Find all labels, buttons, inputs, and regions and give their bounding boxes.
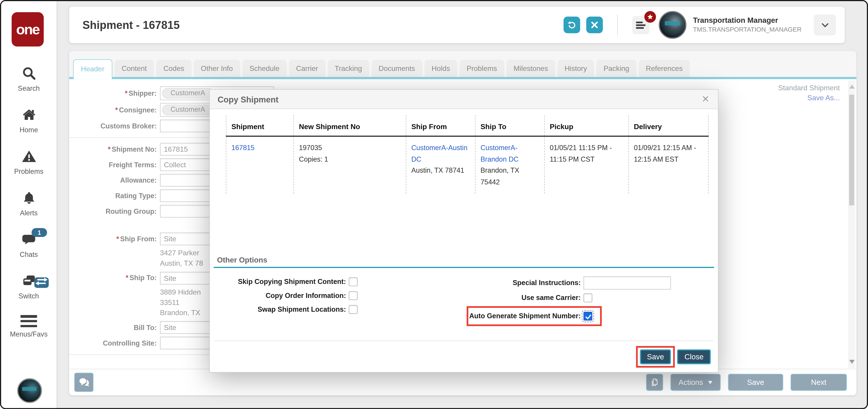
ship-from-link[interactable]: CustomerA-Austin DC [411, 142, 470, 165]
ship-to-link[interactable]: CustomerA-Brandon DC [480, 142, 539, 165]
tab-documents[interactable]: Documents [371, 60, 422, 77]
col-pickup: Pickup [544, 115, 628, 136]
tab-problems[interactable]: Problems [460, 60, 504, 77]
switch-windows-icon [21, 274, 36, 292]
tab-strip: Header Content Codes Other Info Schedule… [69, 51, 857, 79]
cell-pickup: 01/05/21 11:15 PM - 11:15 PM CST [544, 137, 628, 193]
chats-unread-badge: 1 [32, 228, 47, 237]
sidebar-item-label: Home [20, 126, 38, 134]
option-copy-order-info: Copy Order Information: [215, 289, 377, 302]
next-button[interactable]: Next [790, 374, 847, 391]
sidebar-item-label: Search [18, 85, 40, 92]
sidebar-item-switch[interactable]: Switch [1, 266, 56, 308]
bell-icon [21, 190, 36, 209]
ship-to-city: Brandon, TX 75442 [480, 165, 539, 188]
sidebar-item-home[interactable]: Home [1, 100, 56, 142]
header-divider [617, 14, 618, 35]
other-options-rule [214, 267, 714, 268]
scroll-up-arrow[interactable] [849, 85, 855, 89]
other-options-heading: Other Options [217, 256, 718, 264]
copies-value: Copies: 1 [299, 154, 401, 165]
chat-bubbles-icon [78, 376, 90, 388]
tab-carrier[interactable]: Carrier [289, 60, 325, 77]
sidebar-item-label: Menus/Favs [10, 331, 48, 338]
tab-header[interactable]: Header [73, 59, 112, 79]
shipment-type-info: Standard Shipment Save As... [778, 83, 840, 103]
tab-references[interactable]: References [639, 60, 690, 77]
option-skip-copying-content: Skip Copying Shipment Content: [215, 275, 377, 288]
user-name: Transportation Manager [693, 15, 801, 26]
tab-other-info[interactable]: Other Info [194, 60, 240, 77]
ship-from-city: Austin, TX 78741 [411, 165, 470, 177]
cell-ship-to: CustomerA-Brandon DC Brandon, TX 75442 [475, 137, 545, 193]
switch-swap-badge[interactable] [34, 277, 49, 288]
tab-codes[interactable]: Codes [156, 60, 191, 77]
consignee-value-pill: CustomerA [162, 105, 214, 115]
user-avatar[interactable] [658, 11, 686, 39]
swap-shipment-locations-checkbox[interactable] [349, 305, 358, 314]
modal-close-icon[interactable] [700, 94, 710, 104]
option-auto-generate-number: Auto Generate Shipment Number: [442, 310, 697, 323]
tab-tracking[interactable]: Tracking [328, 60, 369, 77]
favorite-star-badge [644, 11, 656, 23]
vertical-scrollbar[interactable] [848, 81, 855, 368]
list-menu-icon [636, 21, 646, 28]
user-menu-button[interactable] [814, 14, 836, 35]
shipper-value-pill: CustomerA [162, 88, 214, 99]
sidebar-item-label: Chats [20, 251, 38, 258]
user-role: TMS.TRANSPORTATION_MANAGER [693, 26, 801, 34]
tab-milestones[interactable]: Milestones [506, 60, 555, 77]
copy-shipment-table: Shipment New Shipment No Ship From Ship … [226, 115, 709, 193]
search-icon [21, 66, 36, 85]
warning-triangle-icon [21, 149, 36, 168]
col-shipment: Shipment [226, 115, 293, 136]
tab-schedule[interactable]: Schedule [242, 60, 287, 77]
col-delivery: Delivery [628, 115, 709, 136]
save-button[interactable]: Save [728, 374, 783, 391]
sidebar-user-avatar[interactable] [17, 378, 42, 403]
scroll-down-arrow[interactable] [849, 360, 855, 364]
favorites-menu-button[interactable] [632, 16, 649, 34]
sidebar-item-label: Problems [14, 168, 43, 176]
page-title: Shipment - 167815 [82, 19, 180, 31]
use-same-carrier-checkbox[interactable] [583, 293, 592, 302]
bottom-action-bar: Actions Save Next [69, 369, 857, 396]
sidebar-item-label: Alerts [20, 209, 37, 217]
sidebar-item-menus-favs[interactable]: Menus/Favs [1, 308, 56, 346]
tab-holds[interactable]: Holds [424, 60, 457, 77]
auto-generate-shipment-number-checkbox[interactable] [583, 312, 592, 320]
refresh-icon [567, 20, 577, 30]
tab-packing[interactable]: Packing [596, 60, 637, 77]
scrollbar-thumb[interactable] [849, 95, 854, 206]
sidebar-item-alerts[interactable]: Alerts [1, 183, 56, 225]
col-ship-to: Ship To [475, 115, 545, 136]
caret-down-icon [708, 381, 713, 387]
option-swap-locations: Swap Shipment Locations: [215, 303, 377, 316]
close-x-icon [589, 20, 599, 30]
shipment-link[interactable]: 167815 [231, 144, 254, 152]
tab-content[interactable]: Content [115, 60, 154, 77]
cell-new-shipment-no: 197035 Copies: 1 [293, 137, 406, 193]
sidebar-item-problems[interactable]: Problems [1, 142, 56, 183]
shipment-chat-button[interactable] [74, 373, 94, 392]
copy-shipment-modal: Copy Shipment Shipment New Shipment No S… [209, 89, 719, 373]
copy-order-information-checkbox[interactable] [349, 291, 358, 300]
modal-save-button[interactable]: Save [640, 349, 671, 364]
star-icon [646, 13, 654, 20]
actions-dropdown-button[interactable]: Actions [670, 374, 721, 391]
refresh-button[interactable] [563, 17, 580, 33]
red-highlight-box-save: Save [636, 346, 675, 368]
close-page-button[interactable] [586, 17, 603, 33]
sidebar-item-chats[interactable]: 1 Chats [1, 225, 56, 266]
special-instructions-input[interactable] [583, 276, 671, 290]
skip-copying-content-checkbox[interactable] [349, 277, 358, 286]
one-network-logo[interactable]: one [12, 12, 44, 46]
sidebar-nav: Search Home Problems Alerts [1, 59, 56, 346]
modal-close-button[interactable]: Close [677, 349, 711, 364]
copy-document-button[interactable] [646, 374, 663, 391]
sidebar-item-search[interactable]: Search [1, 59, 56, 100]
modal-header: Copy Shipment [210, 90, 718, 109]
tab-history[interactable]: History [557, 60, 594, 77]
user-info: Transportation Manager TMS.TRANSPORTATIO… [693, 15, 801, 34]
save-as-link[interactable]: Save As... [778, 93, 840, 103]
